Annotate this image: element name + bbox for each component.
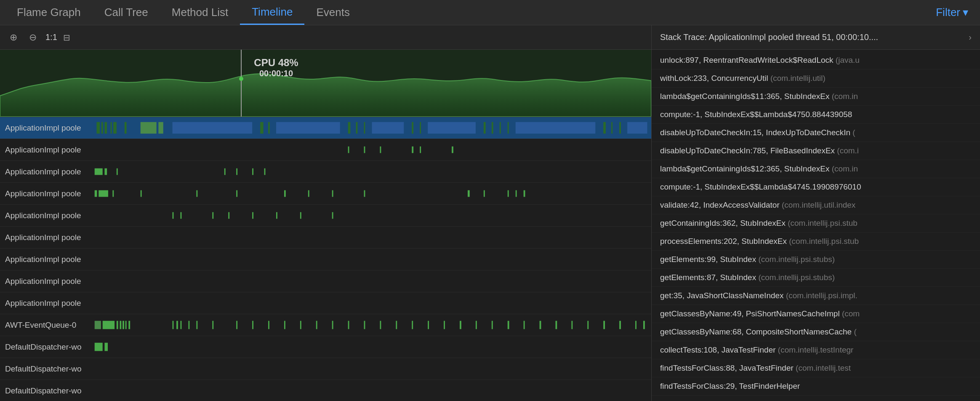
svg-rect-44 xyxy=(99,190,108,197)
svg-rect-77 xyxy=(196,321,197,329)
thread-row[interactable]: ApplicationImpl poole xyxy=(0,292,651,314)
svg-rect-85 xyxy=(332,321,333,329)
svg-rect-82 xyxy=(284,321,285,329)
tab-method-list[interactable]: Method List xyxy=(160,0,240,25)
svg-rect-16 xyxy=(364,122,365,134)
thread-timeline xyxy=(93,314,651,336)
package-name: (com.intellij.psi.stubs) xyxy=(758,255,835,264)
zoom-in-button[interactable]: ⊕ xyxy=(7,31,20,44)
method-name: getClassesByName:49, PsiShortNamesCacheI… xyxy=(660,309,842,318)
filter-button[interactable]: Filter ▾ xyxy=(929,6,975,19)
svg-rect-89 xyxy=(396,321,397,329)
method-name: getContainingIds:362, StubIndexEx xyxy=(660,219,788,227)
thread-row[interactable]: ApplicationImpl poole xyxy=(0,270,651,292)
svg-rect-105 xyxy=(643,321,645,329)
thread-timeline xyxy=(93,161,651,182)
thread-name: ApplicationImpl poole xyxy=(0,211,93,220)
thread-row[interactable]: DefaultDispatcher-wo xyxy=(0,380,651,401)
method-name: unlock:897, ReentrantReadWriteLock$ReadL… xyxy=(660,56,836,64)
svg-rect-96 xyxy=(508,321,509,329)
svg-rect-17 xyxy=(372,122,404,134)
thread-timeline xyxy=(93,117,651,139)
svg-rect-75 xyxy=(181,321,182,329)
package-name: (com.intellij.psi.stub xyxy=(788,219,858,227)
thread-name: ApplicationImpl poole xyxy=(0,123,93,133)
svg-rect-88 xyxy=(380,321,381,329)
svg-rect-39 xyxy=(224,168,226,175)
thread-row[interactable]: ApplicationImpl poole xyxy=(0,205,651,227)
method-name: disableUpToDateCheckIn:15, IndexUpToDate… xyxy=(660,128,852,137)
svg-rect-43 xyxy=(95,190,97,197)
svg-rect-27 xyxy=(611,122,612,134)
svg-rect-70 xyxy=(122,321,124,329)
thread-name: ApplicationImpl poole xyxy=(0,277,93,286)
main-content: ⊕ ⊖ 1:1 ⊟ 0 ms 15 sec 30 sec xyxy=(0,25,980,401)
method-name: findTestsForClass:29, TestFinderHelper xyxy=(660,382,800,390)
svg-rect-29 xyxy=(627,122,647,134)
package-name: (com.intellij.psi.stub xyxy=(789,237,859,246)
svg-rect-97 xyxy=(524,321,525,329)
tab-call-tree[interactable]: Call Tree xyxy=(93,0,160,25)
thread-row[interactable]: DefaultDispatcher-wo xyxy=(0,336,651,358)
thread-row[interactable]: DefaultDispatcher-wo xyxy=(0,358,651,380)
thread-row[interactable]: ApplicationImpl poole xyxy=(0,249,651,270)
svg-rect-51 xyxy=(332,190,333,197)
svg-rect-101 xyxy=(587,321,589,329)
thread-row[interactable]: ApplicationImpl poole xyxy=(0,183,651,205)
thread-list[interactable]: ApplicationImpl poole xyxy=(0,117,651,401)
svg-rect-63 xyxy=(276,212,277,219)
thread-row[interactable]: ApplicationImpl poole xyxy=(0,227,651,249)
grid-button[interactable]: ⊟ xyxy=(63,32,70,43)
svg-rect-58 xyxy=(173,212,174,219)
svg-rect-32 xyxy=(380,147,381,153)
stack-entry: getClassesByName:68, CompositeShortNames… xyxy=(652,323,980,341)
method-name: lambda$getContainingIds$12:365, StubInde… xyxy=(660,164,832,173)
grid-icon: ⊟ xyxy=(63,33,70,42)
method-name: get:35, JavaShortClassNameIndex xyxy=(660,291,786,300)
svg-rect-56 xyxy=(516,190,517,197)
svg-rect-87 xyxy=(364,321,365,329)
svg-rect-34 xyxy=(420,147,421,153)
tab-timeline[interactable]: Timeline xyxy=(240,0,304,25)
stack-trace-list[interactable]: unlock:897, ReentrantReadWriteLock$ReadL… xyxy=(652,50,980,401)
thread-timeline xyxy=(93,336,651,358)
svg-rect-94 xyxy=(476,321,477,329)
package-name: (com.intellij.testIntegr xyxy=(778,345,854,354)
thread-row[interactable]: ApplicationImpl poole xyxy=(0,117,651,139)
stack-entry: disableUpToDateCheckIn:785, FileBasedInd… xyxy=(652,142,980,160)
svg-rect-73 xyxy=(173,321,174,329)
svg-rect-67 xyxy=(103,321,115,329)
thread-name: ApplicationImpl poole xyxy=(0,167,93,176)
thread-row[interactable]: ApplicationImpl poole xyxy=(0,139,651,161)
svg-rect-24 xyxy=(508,122,509,134)
svg-rect-86 xyxy=(348,321,349,329)
method-name: lambda$getContainingIds$11:365, StubInde… xyxy=(660,92,832,101)
svg-rect-81 xyxy=(268,321,269,329)
zoom-out-button[interactable]: ⊖ xyxy=(26,31,40,44)
svg-rect-69 xyxy=(120,321,121,329)
stack-trace-expand-button[interactable]: › xyxy=(969,32,972,42)
svg-rect-100 xyxy=(571,321,573,329)
tab-bar: Flame Graph Call Tree Method List Timeli… xyxy=(0,0,980,25)
svg-rect-33 xyxy=(412,147,413,153)
svg-rect-8 xyxy=(141,122,157,134)
svg-rect-23 xyxy=(500,122,501,134)
thread-name: AWT-EventQueue-0 xyxy=(0,321,93,330)
tab-events[interactable]: Events xyxy=(304,0,362,25)
thread-timeline xyxy=(93,249,651,270)
tab-flame-graph[interactable]: Flame Graph xyxy=(5,0,93,25)
stack-entry: getElements:99, StubIndex (com.intellij.… xyxy=(652,251,980,269)
svg-rect-14 xyxy=(348,122,351,134)
svg-rect-84 xyxy=(316,321,317,329)
svg-rect-80 xyxy=(252,321,253,329)
thread-row[interactable]: AWT-EventQueue-0 xyxy=(0,314,651,336)
svg-rect-106 xyxy=(95,343,103,351)
svg-rect-61 xyxy=(228,212,229,219)
svg-rect-28 xyxy=(619,122,621,134)
svg-rect-102 xyxy=(603,321,605,329)
method-name: getElements:99, StubIndex xyxy=(660,255,758,264)
thread-row[interactable]: ApplicationImpl poole xyxy=(0,161,651,183)
package-name: ( xyxy=(852,128,855,137)
method-name: compute:-1, StubIndexEx$$Lambda$4750.884… xyxy=(660,110,852,119)
cpu-chart[interactable]: 0 ms 15 sec 30 sec CPU 48% 00:00: xyxy=(0,50,651,117)
